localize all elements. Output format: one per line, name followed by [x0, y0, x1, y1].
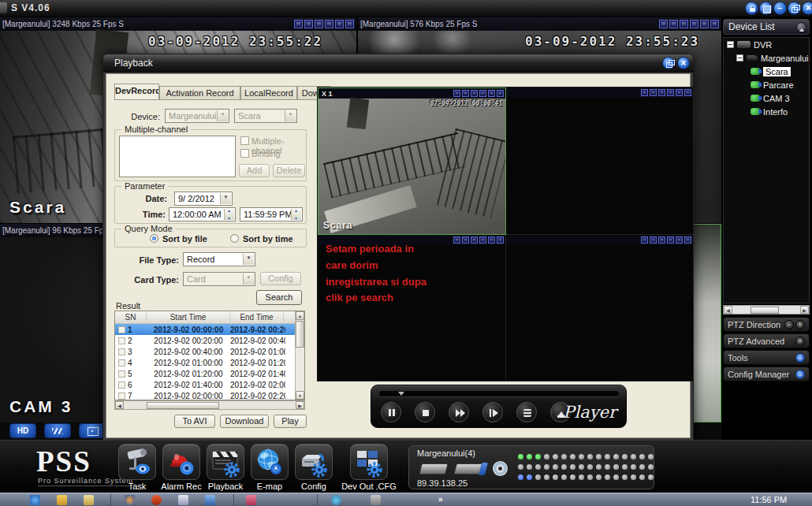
scroll-down-icon[interactable]	[296, 391, 304, 400]
download-button[interactable]: Download	[220, 415, 269, 428]
panel-ptz-direction[interactable]: PTZ Direction	[723, 317, 810, 332]
tree-node-dvr[interactable]: DVR	[724, 38, 809, 51]
expand-icon[interactable]	[795, 320, 805, 329]
close-icon[interactable]	[497, 90, 504, 97]
audio-icon[interactable]	[488, 90, 495, 97]
device-list-header[interactable]: Device List	[723, 19, 810, 35]
snapshot-icon[interactable]	[471, 236, 478, 244]
record-icon[interactable]	[453, 236, 460, 244]
dev-out-cfg-button[interactable]: Dev Out .CFG	[348, 444, 389, 491]
rotate-icon[interactable]	[667, 236, 674, 244]
sort-by-time-radio[interactable]	[230, 234, 239, 243]
column-header-start[interactable]: Start Time	[147, 311, 230, 323]
audio-icon[interactable]	[676, 236, 683, 244]
column-header-end[interactable]: End Time	[230, 311, 284, 323]
taskbar-icon[interactable]	[151, 495, 162, 505]
binding-checkbox[interactable]	[240, 149, 249, 158]
result-horizontal-scrollbar[interactable]	[114, 400, 305, 410]
restore-button[interactable]	[788, 2, 801, 15]
alarm-rec-button[interactable]: Alarm Rec	[161, 444, 202, 491]
record-icon[interactable]	[294, 20, 303, 28]
record-icon[interactable]	[659, 20, 668, 28]
preview-cell-4[interactable]	[506, 235, 694, 381]
snapshot-icon[interactable]	[680, 20, 688, 28]
close-icon[interactable]	[345, 20, 354, 28]
tree-node-label[interactable]: Margeanului	[761, 54, 809, 63]
emap-button[interactable]: E-map	[249, 444, 290, 491]
scroll-right-icon[interactable]	[800, 306, 809, 314]
tree-node-label[interactable]: Interfo	[763, 107, 788, 117]
rotate-icon[interactable]	[479, 236, 486, 244]
scroll-left-icon[interactable]	[724, 306, 732, 314]
config-button[interactable]: Config	[260, 272, 301, 285]
snapshot-icon[interactable]	[315, 20, 323, 28]
row-checkbox[interactable]	[118, 326, 125, 333]
tab-activation-record[interactable]: Activation Record	[159, 86, 240, 99]
tree-node-label[interactable]: CAM 3	[763, 94, 790, 103]
date-select[interactable]: 9/ 2/2012	[174, 192, 233, 206]
multi-view-icon[interactable]	[650, 236, 657, 244]
close-icon[interactable]	[684, 89, 691, 96]
slider-marker[interactable]	[398, 392, 404, 399]
taskbar-icon[interactable]	[125, 495, 135, 505]
row-checkbox[interactable]	[118, 381, 125, 389]
file-type-select[interactable]: Record	[183, 252, 255, 266]
to-avi-button[interactable]: To AVI	[174, 415, 215, 428]
panel-config-manager[interactable]: Config Manager	[723, 366, 810, 381]
rotate-icon[interactable]	[690, 20, 698, 28]
multi-view-icon[interactable]	[462, 236, 469, 244]
row-checkbox[interactable]	[118, 348, 125, 355]
record-icon[interactable]	[453, 90, 460, 97]
spinner-updown-icon[interactable]	[291, 209, 301, 220]
snapshot-icon[interactable]	[471, 90, 478, 97]
pause-button[interactable]	[381, 402, 401, 422]
close-icon[interactable]	[710, 20, 719, 28]
tree-node-channel[interactable]: CAM 3	[724, 91, 809, 105]
audio-icon[interactable]	[676, 89, 683, 96]
record-icon[interactable]	[641, 236, 648, 244]
fullscreen-button[interactable]	[79, 423, 106, 438]
scrollbar-thumb[interactable]	[147, 402, 219, 409]
time-start-spinner[interactable]: 12:00:00 AM	[169, 207, 236, 221]
expander-icon[interactable]	[736, 54, 743, 61]
record-icon[interactable]	[641, 89, 648, 96]
add-button[interactable]: Add	[239, 164, 270, 177]
multi-view-icon[interactable]	[462, 90, 469, 97]
row-checkbox[interactable]	[118, 370, 125, 378]
scroll-right-icon[interactable]	[296, 401, 304, 409]
device-tree-scrollbar[interactable]	[723, 305, 810, 314]
preview-cell-2[interactable]	[506, 87, 694, 235]
config-button-toolbar[interactable]: Config	[293, 444, 334, 491]
expand-icon[interactable]	[795, 337, 805, 346]
audio-icon[interactable]	[700, 20, 709, 28]
result-row[interactable]: 62012-9-02 01:40:002012-9-02 02:00	[115, 379, 304, 390]
snapshot-icon[interactable]	[658, 236, 665, 244]
dialog-close-button[interactable]	[677, 57, 690, 69]
channel-select[interactable]: Scara	[234, 109, 297, 123]
tree-node-label[interactable]: DVR	[754, 40, 772, 50]
tree-node-channel[interactable]: Scara	[724, 65, 809, 78]
preview-cell-3[interactable]: Setam perioada in care dorim inregistrar…	[318, 235, 506, 381]
taskbar-icon[interactable]	[84, 495, 94, 505]
scrollbar-thumb[interactable]	[751, 307, 779, 314]
save-button[interactable]	[759, 2, 773, 15]
row-checkbox[interactable]	[118, 337, 125, 344]
tab-localrecord[interactable]: LocalRecord	[240, 86, 297, 99]
panel-tools[interactable]: Tools	[723, 350, 810, 365]
taskbar-icon[interactable]	[331, 495, 341, 505]
fast-forward-button[interactable]	[449, 402, 469, 422]
rotate-icon[interactable]	[479, 90, 486, 97]
close-icon[interactable]	[684, 236, 691, 244]
tab-devrecord[interactable]: DevRecord	[114, 84, 159, 99]
card-type-select[interactable]: Card	[183, 272, 255, 286]
tree-node-channel[interactable]: Interfo	[724, 105, 809, 118]
preview-cell-1[interactable]: X 1 02-09-2012 00:00:41 Scara	[318, 87, 506, 235]
row-checkbox[interactable]	[118, 393, 125, 400]
result-row[interactable]: 52012-9-02 01:20:002012-9-02 01:40	[115, 368, 304, 379]
expander-icon[interactable]	[727, 41, 734, 48]
scroll-left-icon[interactable]	[115, 401, 124, 409]
rotate-icon[interactable]	[325, 20, 333, 28]
tools-menu-icon[interactable]	[795, 353, 805, 363]
hd-quality-button[interactable]: HD	[9, 423, 36, 438]
tree-node-label[interactable]: Scara	[763, 67, 791, 76]
